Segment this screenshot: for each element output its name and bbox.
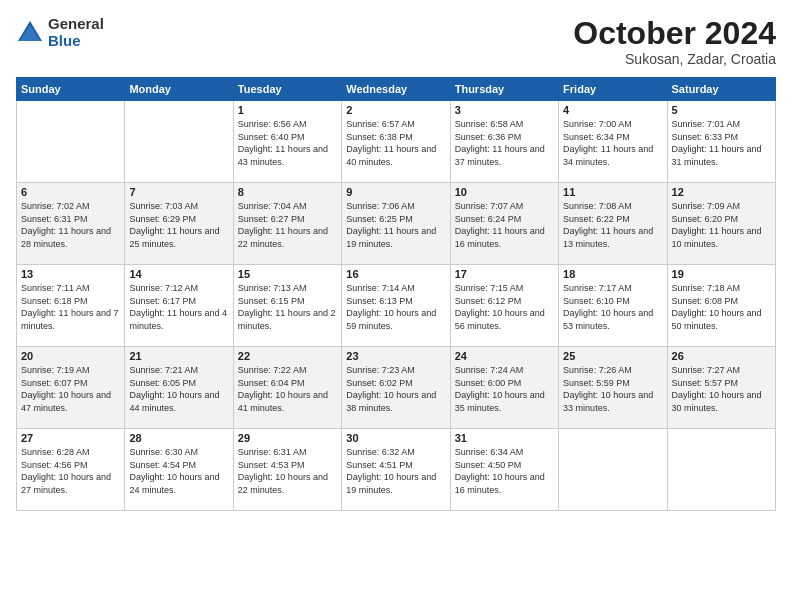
day-content: Sunrise: 7:00 AM Sunset: 6:34 PM Dayligh… [563, 118, 662, 168]
day-number: 20 [21, 350, 120, 362]
day-number: 16 [346, 268, 445, 280]
table-row: 7Sunrise: 7:03 AM Sunset: 6:29 PM Daylig… [125, 183, 233, 265]
day-number: 8 [238, 186, 337, 198]
table-row: 16Sunrise: 7:14 AM Sunset: 6:13 PM Dayli… [342, 265, 450, 347]
table-row: 15Sunrise: 7:13 AM Sunset: 6:15 PM Dayli… [233, 265, 341, 347]
day-content: Sunrise: 6:30 AM Sunset: 4:54 PM Dayligh… [129, 446, 228, 496]
table-row: 21Sunrise: 7:21 AM Sunset: 6:05 PM Dayli… [125, 347, 233, 429]
table-row: 10Sunrise: 7:07 AM Sunset: 6:24 PM Dayli… [450, 183, 558, 265]
logo: General Blue [16, 16, 104, 49]
calendar-header-row: Sunday Monday Tuesday Wednesday Thursday… [17, 78, 776, 101]
table-row: 30Sunrise: 6:32 AM Sunset: 4:51 PM Dayli… [342, 429, 450, 511]
table-row [125, 101, 233, 183]
calendar-week-row: 13Sunrise: 7:11 AM Sunset: 6:18 PM Dayli… [17, 265, 776, 347]
calendar-week-row: 20Sunrise: 7:19 AM Sunset: 6:07 PM Dayli… [17, 347, 776, 429]
table-row: 8Sunrise: 7:04 AM Sunset: 6:27 PM Daylig… [233, 183, 341, 265]
table-row: 18Sunrise: 7:17 AM Sunset: 6:10 PM Dayli… [559, 265, 667, 347]
table-row: 3Sunrise: 6:58 AM Sunset: 6:36 PM Daylig… [450, 101, 558, 183]
day-content: Sunrise: 7:21 AM Sunset: 6:05 PM Dayligh… [129, 364, 228, 414]
table-row: 6Sunrise: 7:02 AM Sunset: 6:31 PM Daylig… [17, 183, 125, 265]
table-row: 17Sunrise: 7:15 AM Sunset: 6:12 PM Dayli… [450, 265, 558, 347]
day-number: 26 [672, 350, 771, 362]
day-content: Sunrise: 7:26 AM Sunset: 5:59 PM Dayligh… [563, 364, 662, 414]
day-content: Sunrise: 7:04 AM Sunset: 6:27 PM Dayligh… [238, 200, 337, 250]
header-sunday: Sunday [17, 78, 125, 101]
table-row: 14Sunrise: 7:12 AM Sunset: 6:17 PM Dayli… [125, 265, 233, 347]
day-number: 31 [455, 432, 554, 444]
header-wednesday: Wednesday [342, 78, 450, 101]
table-row: 25Sunrise: 7:26 AM Sunset: 5:59 PM Dayli… [559, 347, 667, 429]
table-row: 24Sunrise: 7:24 AM Sunset: 6:00 PM Dayli… [450, 347, 558, 429]
day-number: 5 [672, 104, 771, 116]
day-content: Sunrise: 7:23 AM Sunset: 6:02 PM Dayligh… [346, 364, 445, 414]
day-number: 1 [238, 104, 337, 116]
logo-blue-text: Blue [48, 33, 104, 50]
logo-general-text: General [48, 16, 104, 33]
table-row: 13Sunrise: 7:11 AM Sunset: 6:18 PM Dayli… [17, 265, 125, 347]
table-row: 29Sunrise: 6:31 AM Sunset: 4:53 PM Dayli… [233, 429, 341, 511]
calendar-week-row: 27Sunrise: 6:28 AM Sunset: 4:56 PM Dayli… [17, 429, 776, 511]
day-content: Sunrise: 7:08 AM Sunset: 6:22 PM Dayligh… [563, 200, 662, 250]
day-content: Sunrise: 6:32 AM Sunset: 4:51 PM Dayligh… [346, 446, 445, 496]
day-number: 29 [238, 432, 337, 444]
header-saturday: Saturday [667, 78, 775, 101]
day-number: 28 [129, 432, 228, 444]
title-block: October 2024 Sukosan, Zadar, Croatia [573, 16, 776, 67]
day-number: 7 [129, 186, 228, 198]
day-content: Sunrise: 7:11 AM Sunset: 6:18 PM Dayligh… [21, 282, 120, 332]
day-content: Sunrise: 7:06 AM Sunset: 6:25 PM Dayligh… [346, 200, 445, 250]
day-content: Sunrise: 7:27 AM Sunset: 5:57 PM Dayligh… [672, 364, 771, 414]
day-number: 21 [129, 350, 228, 362]
day-content: Sunrise: 6:28 AM Sunset: 4:56 PM Dayligh… [21, 446, 120, 496]
day-content: Sunrise: 7:24 AM Sunset: 6:00 PM Dayligh… [455, 364, 554, 414]
day-number: 23 [346, 350, 445, 362]
table-row: 22Sunrise: 7:22 AM Sunset: 6:04 PM Dayli… [233, 347, 341, 429]
day-number: 2 [346, 104, 445, 116]
day-number: 19 [672, 268, 771, 280]
day-content: Sunrise: 6:57 AM Sunset: 6:38 PM Dayligh… [346, 118, 445, 168]
day-number: 3 [455, 104, 554, 116]
table-row: 19Sunrise: 7:18 AM Sunset: 6:08 PM Dayli… [667, 265, 775, 347]
month-title: October 2024 [573, 16, 776, 51]
table-row: 1Sunrise: 6:56 AM Sunset: 6:40 PM Daylig… [233, 101, 341, 183]
day-number: 24 [455, 350, 554, 362]
table-row: 5Sunrise: 7:01 AM Sunset: 6:33 PM Daylig… [667, 101, 775, 183]
day-number: 30 [346, 432, 445, 444]
day-number: 18 [563, 268, 662, 280]
day-number: 22 [238, 350, 337, 362]
logo-icon [16, 19, 44, 47]
table-row: 31Sunrise: 6:34 AM Sunset: 4:50 PM Dayli… [450, 429, 558, 511]
day-number: 15 [238, 268, 337, 280]
table-row: 26Sunrise: 7:27 AM Sunset: 5:57 PM Dayli… [667, 347, 775, 429]
location-subtitle: Sukosan, Zadar, Croatia [573, 51, 776, 67]
table-row: 11Sunrise: 7:08 AM Sunset: 6:22 PM Dayli… [559, 183, 667, 265]
day-number: 9 [346, 186, 445, 198]
page-header: General Blue October 2024 Sukosan, Zadar… [16, 16, 776, 67]
table-row: 27Sunrise: 6:28 AM Sunset: 4:56 PM Dayli… [17, 429, 125, 511]
day-content: Sunrise: 7:12 AM Sunset: 6:17 PM Dayligh… [129, 282, 228, 332]
table-row [667, 429, 775, 511]
table-row: 20Sunrise: 7:19 AM Sunset: 6:07 PM Dayli… [17, 347, 125, 429]
header-monday: Monday [125, 78, 233, 101]
table-row [559, 429, 667, 511]
day-content: Sunrise: 7:03 AM Sunset: 6:29 PM Dayligh… [129, 200, 228, 250]
day-content: Sunrise: 7:09 AM Sunset: 6:20 PM Dayligh… [672, 200, 771, 250]
table-row: 23Sunrise: 7:23 AM Sunset: 6:02 PM Dayli… [342, 347, 450, 429]
day-number: 17 [455, 268, 554, 280]
day-number: 25 [563, 350, 662, 362]
table-row: 4Sunrise: 7:00 AM Sunset: 6:34 PM Daylig… [559, 101, 667, 183]
table-row: 28Sunrise: 6:30 AM Sunset: 4:54 PM Dayli… [125, 429, 233, 511]
calendar-week-row: 1Sunrise: 6:56 AM Sunset: 6:40 PM Daylig… [17, 101, 776, 183]
day-number: 6 [21, 186, 120, 198]
day-content: Sunrise: 7:15 AM Sunset: 6:12 PM Dayligh… [455, 282, 554, 332]
day-content: Sunrise: 6:58 AM Sunset: 6:36 PM Dayligh… [455, 118, 554, 168]
day-content: Sunrise: 7:18 AM Sunset: 6:08 PM Dayligh… [672, 282, 771, 332]
table-row: 2Sunrise: 6:57 AM Sunset: 6:38 PM Daylig… [342, 101, 450, 183]
header-tuesday: Tuesday [233, 78, 341, 101]
day-content: Sunrise: 7:02 AM Sunset: 6:31 PM Dayligh… [21, 200, 120, 250]
day-number: 10 [455, 186, 554, 198]
header-thursday: Thursday [450, 78, 558, 101]
day-content: Sunrise: 7:07 AM Sunset: 6:24 PM Dayligh… [455, 200, 554, 250]
day-number: 14 [129, 268, 228, 280]
day-content: Sunrise: 6:34 AM Sunset: 4:50 PM Dayligh… [455, 446, 554, 496]
